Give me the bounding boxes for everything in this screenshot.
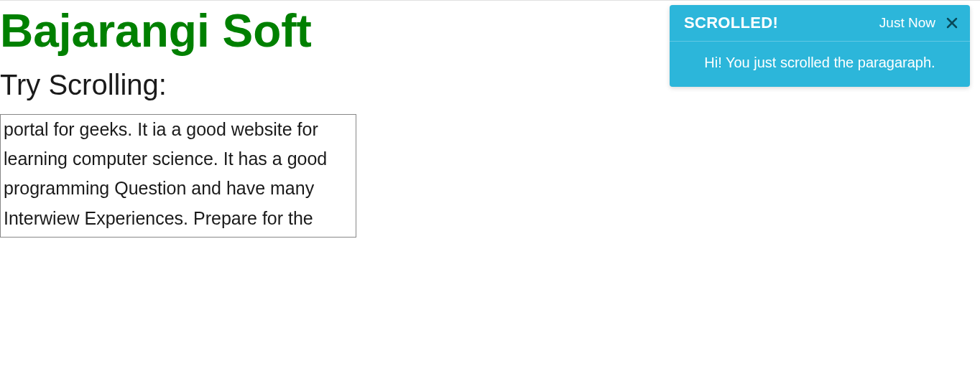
toast-title: SCROLLED! <box>684 14 879 32</box>
scroll-spacer: Bajarangi Soft.A Computer Science <box>4 114 353 115</box>
toast-body: Hi! You just scrolled the paragaraph. <box>670 42 970 87</box>
scroll-text: portal for geeks. It ia a good website f… <box>4 119 327 238</box>
toast-header: SCROLLED! Just Now <box>670 5 970 42</box>
scrollable-paragraph[interactable]: Bajarangi Soft.A Computer Science portal… <box>0 114 356 238</box>
toast-notification: SCROLLED! Just Now Hi! You just scrolled… <box>670 5 970 87</box>
toast-time: Just Now <box>879 15 935 31</box>
close-icon[interactable] <box>946 17 958 29</box>
